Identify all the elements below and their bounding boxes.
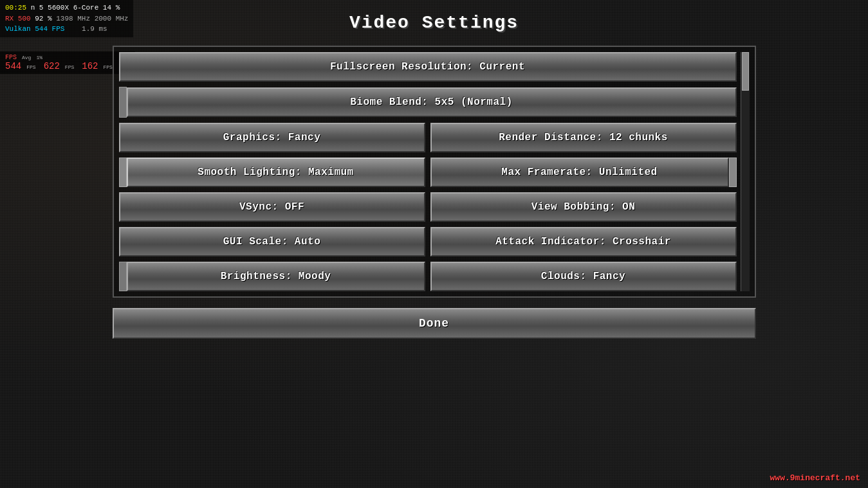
hud-ms: 1.9 ms: [82, 25, 107, 33]
settings-scrollbar[interactable]: [741, 52, 750, 291]
hud-time: 00:25: [5, 4, 26, 12]
hud-cpu-model: n 5 5600X 6-Core: [31, 4, 99, 12]
scrollbar-thumb[interactable]: [742, 52, 749, 91]
page-title: Video Settings: [349, 13, 519, 33]
hud-mhz1: 1398 MHz: [56, 15, 90, 23]
max-framerate-container: Max Framerate: Unlimited: [430, 158, 737, 187]
smooth-lighting-container: Smooth Lighting: Maximum: [119, 158, 425, 187]
row-vsync-bobbing: VSync: OFF View Bobbing: ON: [119, 192, 737, 222]
fullscreen-resolution-button[interactable]: Fullscreen Resolution: Current: [119, 52, 737, 82]
row-graphics-render: Graphics: Fancy Render Distance: 12 chun…: [119, 123, 737, 152]
max-framerate-scrollbar: [729, 158, 737, 187]
row-lighting-framerate: Smooth Lighting: Maximum Max Framerate: …: [119, 158, 737, 187]
biome-blend-button[interactable]: Biome Blend: 5x5 (Normal): [127, 87, 737, 117]
brightness-container: Brightness: Moody: [119, 262, 425, 291]
smooth-lighting-button[interactable]: Smooth Lighting: Maximum: [127, 158, 425, 187]
row-brightness-clouds: Brightness: Moody Clouds: Fancy: [119, 262, 737, 291]
biome-blend-row: Biome Blend: 5x5 (Normal): [119, 87, 737, 118]
hud-overlay: 00:25 n 5 5600X 6-Core 14 % RX 500 92 % …: [0, 0, 133, 37]
fullscreen-row: Fullscreen Resolution: Current: [119, 52, 737, 82]
clouds-button[interactable]: Clouds: Fancy: [430, 262, 737, 291]
watermark: www.9minecraft.net: [770, 473, 860, 483]
hud-vulkan: Vulkan 544 FPS: [5, 25, 64, 33]
smooth-lighting-slider: [119, 158, 127, 187]
done-button[interactable]: Done: [113, 308, 756, 339]
max-framerate-button[interactable]: Max Framerate: Unlimited: [430, 158, 729, 187]
main-container: Video Settings Fullscreen Resolution: Cu…: [0, 0, 868, 488]
settings-grid: Fullscreen Resolution: Current Biome Ble…: [119, 52, 750, 291]
row-gui-attack: GUI Scale: Auto Attack Indicator: Crossh…: [119, 227, 737, 257]
hud-cpu-percent: 14 %: [103, 4, 120, 12]
brightness-slider: [119, 262, 127, 291]
render-distance-button[interactable]: Render Distance: 12 chunks: [430, 123, 737, 152]
graphics-button[interactable]: Graphics: Fancy: [119, 123, 425, 152]
attack-indicator-button[interactable]: Attack Indicator: Crosshair: [430, 227, 737, 257]
hud-gpu-percent: 92 %: [35, 15, 51, 23]
hud-mhz2: 2000 MHz: [95, 15, 129, 23]
biome-slider-indicator: [119, 87, 127, 118]
view-bobbing-button[interactable]: View Bobbing: ON: [430, 192, 737, 222]
gui-scale-button[interactable]: GUI Scale: Auto: [119, 227, 425, 257]
vsync-button[interactable]: VSync: OFF: [119, 192, 425, 222]
hud-gpu-label: RX 500: [5, 15, 31, 23]
brightness-button[interactable]: Brightness: Moody: [127, 262, 425, 291]
settings-panel: Fullscreen Resolution: Current Biome Ble…: [113, 46, 756, 298]
